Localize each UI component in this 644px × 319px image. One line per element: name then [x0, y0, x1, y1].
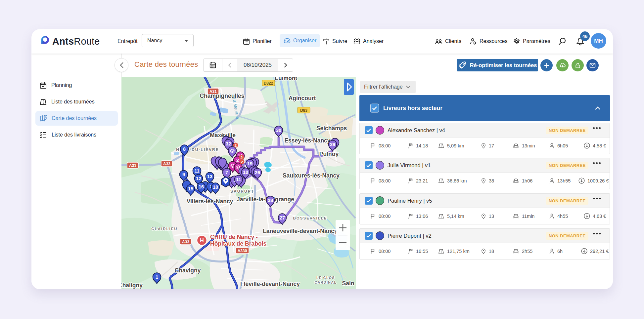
svg-text:LE CLOS: LE CLOS — [316, 276, 335, 280]
svg-text:SAURUPT: SAURUPT — [230, 189, 254, 194]
svg-text:A31: A31 — [209, 89, 217, 94]
svg-text:9: 9 — [182, 172, 185, 177]
svg-text:2: 2 — [241, 160, 243, 164]
svg-text:18: 18 — [213, 184, 218, 190]
svg-text:16: 16 — [199, 184, 204, 189]
svg-text:30: 30 — [276, 128, 281, 133]
svg-text:CARDINAL: CARDINAL — [315, 280, 337, 284]
svg-text:28: 28 — [268, 198, 273, 203]
svg-text:Sain: Sain — [342, 280, 354, 287]
svg-text:Hôpitaux de Brabois: Hôpitaux de Brabois — [210, 240, 266, 247]
svg-text:Laneuveville-devant-Nancy: Laneuveville-devant-Nancy — [263, 228, 338, 234]
svg-text:13: 13 — [207, 174, 212, 179]
svg-text:32: 32 — [226, 141, 231, 146]
svg-text:27: 27 — [280, 215, 285, 220]
svg-text:Chavigny: Chavigny — [175, 267, 201, 274]
svg-text:2: 2 — [241, 156, 243, 160]
svg-text:Saulxures-lès-Nancy: Saulxures-lès-Nancy — [283, 172, 340, 179]
svg-text:Fléville-devant-Nancy: Fléville-devant-Nancy — [240, 281, 300, 287]
svg-text:D322: D322 — [264, 81, 273, 86]
svg-text:Villers-lès-Nancy: Villers-lès-Nancy — [187, 198, 233, 205]
svg-text:A330: A330 — [238, 249, 247, 253]
svg-text:CLAIRLIEU: CLAIRLIEU — [151, 227, 177, 231]
svg-text:Pulnoy: Pulnoy — [319, 151, 339, 157]
svg-text:10: 10 — [243, 170, 248, 175]
svg-text:7: 7 — [225, 170, 228, 175]
svg-text:H: H — [200, 238, 204, 243]
svg-text:A33: A33 — [163, 162, 170, 166]
svg-text:A33: A33 — [182, 240, 189, 244]
svg-text:12: 12 — [196, 176, 201, 181]
svg-text:19: 19 — [247, 161, 253, 166]
svg-text:1: 1 — [156, 274, 158, 280]
svg-text:Jarville-la-Malgrange: Jarville-la-Malgrange — [237, 196, 294, 203]
svg-text:11: 11 — [194, 168, 199, 174]
svg-text:Seichamps: Seichamps — [316, 125, 347, 132]
svg-text:Champigneulles: Champigneulles — [200, 93, 244, 99]
svg-text:Agincourt: Agincourt — [289, 95, 316, 101]
svg-text:CHRU de Nancy -: CHRU de Nancy - — [210, 234, 258, 240]
svg-text:Chaligny: Chaligny — [121, 282, 143, 289]
svg-text:26: 26 — [255, 170, 260, 175]
svg-text:D83: D83 — [300, 108, 307, 113]
svg-text:A31: A31 — [129, 163, 136, 168]
svg-text:Eulmont: Eulmont — [275, 77, 297, 81]
svg-text:15: 15 — [188, 186, 193, 191]
svg-text:8: 8 — [183, 146, 186, 152]
svg-text:11: 11 — [236, 177, 241, 182]
svg-text:2: 2 — [235, 143, 237, 147]
svg-text:2: 2 — [236, 158, 239, 163]
svg-text:BOSSERVILLE: BOSSERVILLE — [293, 216, 327, 220]
svg-text:29: 29 — [330, 142, 335, 147]
svg-text:Essey-lès-Nancy: Essey-lès-Nancy — [284, 137, 330, 144]
